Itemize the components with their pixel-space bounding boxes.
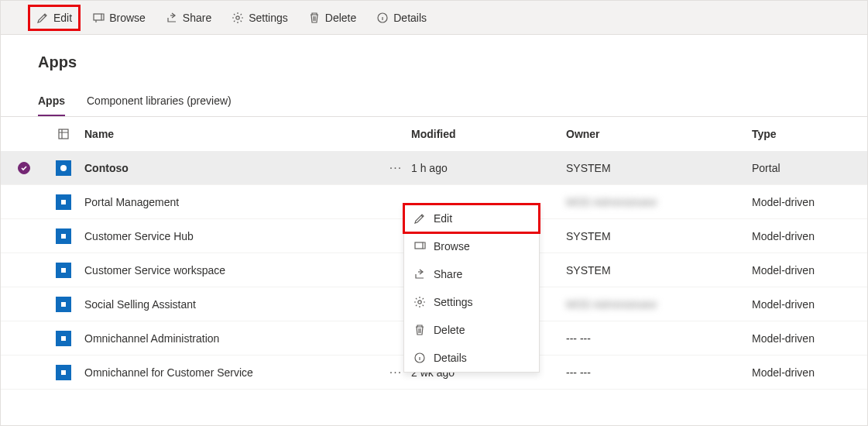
col-owner[interactable]: Owner (566, 128, 752, 140)
app-name: Customer Service Hub (80, 230, 380, 242)
table-header: Name Modified Owner Type (1, 117, 867, 151)
browse-label: Browse (109, 12, 146, 24)
app-icon (56, 297, 71, 312)
modified-cell: 1 h ago (411, 162, 566, 174)
ctx-details-label: Details (434, 352, 467, 364)
col-name[interactable]: Name (80, 128, 380, 140)
gear-icon (232, 12, 244, 24)
owner-cell: SYSTEM (566, 162, 752, 174)
ctx-share[interactable]: Share (404, 260, 539, 288)
type-cell: Model-driven (752, 230, 830, 242)
app-icon (56, 228, 71, 244)
app-name: Portal Management (80, 196, 380, 208)
share-icon (166, 12, 178, 24)
info-icon (413, 352, 426, 364)
trash-icon (308, 12, 321, 24)
svg-rect-3 (59, 129, 68, 139)
ctx-settings-label: Settings (434, 296, 473, 308)
share-button[interactable]: Share (160, 7, 218, 29)
tabs: Apps Component libraries (preview) (1, 87, 867, 117)
more-icon[interactable]: ··· (389, 366, 402, 380)
svg-rect-5 (61, 200, 66, 204)
settings-label: Settings (249, 12, 288, 24)
type-cell: Model-driven (752, 298, 830, 311)
browse-icon (413, 240, 426, 253)
col-modified[interactable]: Modified (411, 128, 566, 140)
app-name: Omnichannel Administration (80, 332, 380, 345)
delete-button[interactable]: Delete (302, 7, 362, 29)
layout-icon[interactable] (47, 128, 80, 140)
edit-button[interactable]: Edit (30, 7, 78, 29)
check-icon[interactable] (18, 162, 30, 174)
app-name: Contoso (80, 162, 380, 174)
more-icon[interactable]: ··· (389, 161, 402, 175)
details-button[interactable]: Details (370, 7, 433, 29)
tab-apps[interactable]: Apps (38, 87, 65, 116)
ctx-delete-label: Delete (434, 324, 465, 336)
info-icon (376, 12, 389, 24)
table-row[interactable]: Contoso ··· 1 h ago SYSTEM Portal (1, 151, 867, 185)
app-icon (56, 263, 71, 278)
app-name: Customer Service workspace (80, 264, 380, 277)
app-name: Omnichannel for Customer Service (80, 366, 380, 379)
owner-cell: MOD Administrator (566, 298, 752, 311)
svg-rect-7 (61, 268, 66, 273)
ctx-browse[interactable]: Browse (404, 232, 539, 260)
col-type[interactable]: Type (752, 128, 830, 140)
owner-cell: SYSTEM (566, 230, 752, 242)
type-cell: Portal (752, 162, 830, 174)
svg-point-1 (236, 15, 239, 19)
browse-button[interactable]: Browse (86, 7, 152, 29)
app-icon (56, 365, 71, 380)
svg-rect-8 (61, 302, 66, 307)
context-menu: Edit Browse Share Settings Delete (403, 204, 540, 373)
browse-icon (92, 12, 105, 24)
app-name: Social Selling Assistant (80, 298, 380, 311)
app-icon (56, 160, 71, 176)
gear-icon (413, 296, 426, 308)
command-bar: Edit Browse Share Settings Delete (1, 1, 867, 35)
share-icon (413, 268, 426, 280)
type-cell: Model-driven (752, 332, 830, 345)
svg-rect-0 (94, 14, 101, 20)
svg-point-12 (418, 301, 421, 304)
owner-cell: --- --- (566, 366, 752, 379)
pencil-icon (36, 12, 49, 24)
ctx-edit[interactable]: Edit (404, 204, 539, 232)
app-icon (56, 331, 71, 346)
svg-rect-6 (61, 234, 66, 239)
tab-component-libraries[interactable]: Component libraries (preview) (87, 87, 232, 116)
type-cell: Model-driven (752, 366, 830, 379)
svg-rect-9 (61, 336, 66, 341)
ctx-delete[interactable]: Delete (404, 316, 539, 344)
ctx-share-label: Share (434, 268, 462, 280)
trash-icon (413, 324, 426, 336)
delete-label: Delete (325, 12, 356, 24)
owner-cell: --- --- (566, 332, 752, 345)
ctx-settings[interactable]: Settings (404, 288, 539, 316)
app-icon (56, 194, 71, 210)
share-label: Share (183, 12, 211, 24)
type-cell: Model-driven (752, 196, 830, 208)
svg-rect-11 (415, 242, 423, 249)
settings-button[interactable]: Settings (225, 7, 294, 29)
page-title: Apps (38, 53, 867, 71)
pencil-icon (413, 212, 426, 225)
owner-cell: SYSTEM (566, 264, 752, 277)
ctx-edit-label: Edit (434, 212, 452, 225)
ctx-details[interactable]: Details (404, 344, 539, 372)
ctx-browse-label: Browse (434, 240, 470, 253)
svg-rect-10 (61, 370, 66, 375)
details-label: Details (393, 12, 427, 24)
edit-label: Edit (53, 12, 72, 24)
type-cell: Model-driven (752, 264, 830, 277)
svg-point-4 (60, 165, 67, 171)
owner-cell: MOD Administrator (566, 196, 752, 208)
